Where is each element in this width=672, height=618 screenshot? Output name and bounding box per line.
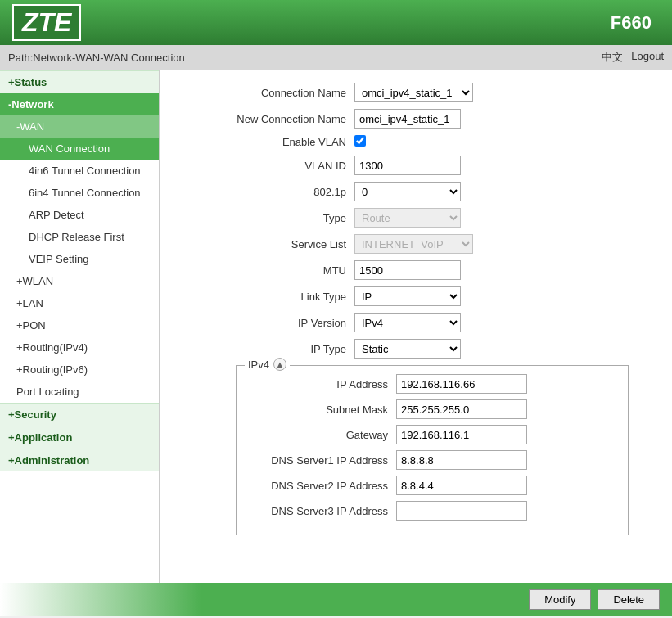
gateway-field[interactable] xyxy=(396,425,527,444)
ip-address-field[interactable] xyxy=(396,374,527,394)
ip-type-row: IP Type Static Dynamic xyxy=(191,339,641,359)
dns3-input xyxy=(396,501,527,521)
vlan-id-input xyxy=(354,156,641,175)
ipv4-section: IPv4 ▲ IP Address Subnet Mask xyxy=(236,365,629,535)
sidebar-item-dhcp[interactable]: DHCP Release First xyxy=(0,226,159,248)
vlan-8021p-select[interactable]: 0123 4567 xyxy=(354,182,461,201)
ip-address-row: IP Address xyxy=(249,374,616,394)
sidebar-item-wan[interactable]: -WAN xyxy=(0,115,159,138)
mtu-field[interactable] xyxy=(354,260,461,280)
content-area: Connection Name omci_ipv4_static_1 omci_… xyxy=(160,70,672,583)
service-list-label: Service List xyxy=(191,238,354,250)
subnet-mask-input xyxy=(396,399,527,419)
sidebar-item-arp[interactable]: ARP Detect xyxy=(0,204,159,226)
service-list-select[interactable]: INTERNET_VoIP INTERNET VoIP xyxy=(354,234,473,254)
link-type-select[interactable]: IP PPPoE xyxy=(354,286,461,306)
vlan-8021p-row: 802.1p 0123 4567 xyxy=(191,182,641,201)
dns2-label: DNS Server2 IP Address xyxy=(249,480,396,492)
new-connection-name-row: New Connection Name xyxy=(191,109,641,129)
ipv4-section-wrapper: IPv4 ▲ IP Address Subnet Mask xyxy=(223,365,641,535)
vlan-8021p-input: 0123 4567 xyxy=(354,182,641,201)
sidebar-item-network[interactable]: -Network xyxy=(0,93,159,115)
sidebar-item-veip[interactable]: VEIP Setting xyxy=(0,248,159,270)
sidebar-item-status[interactable]: +Status xyxy=(0,70,159,93)
vlan-8021p-label: 802.1p xyxy=(191,186,354,198)
sidebar-item-wlan[interactable]: +WLAN xyxy=(0,270,159,292)
logout-link[interactable]: Logout xyxy=(631,50,664,65)
model-name: F660 xyxy=(611,12,660,34)
vlan-id-label: VLAN ID xyxy=(191,160,354,172)
dns1-row: DNS Server1 IP Address xyxy=(249,450,616,470)
dns2-field[interactable] xyxy=(396,476,527,495)
sidebar-item-application[interactable]: +Application xyxy=(0,426,159,449)
enable-vlan-checkbox[interactable] xyxy=(354,135,366,147)
logo: ZTE xyxy=(12,4,81,41)
connection-name-row: Connection Name omci_ipv4_static_1 omci_… xyxy=(191,83,641,102)
footer-bar: Modify Delete xyxy=(0,583,672,616)
dns3-row: DNS Server3 IP Address xyxy=(249,501,616,521)
dns1-field[interactable] xyxy=(396,450,527,470)
type-input: Route Bridge xyxy=(354,208,641,228)
breadcrumb: Path:Network-WAN-WAN Connection xyxy=(8,52,185,64)
dns3-label: DNS Server3 IP Address xyxy=(249,505,396,517)
enable-vlan-input xyxy=(354,135,641,149)
sidebar-item-routing4[interactable]: +Routing(IPv4) xyxy=(0,336,159,359)
mtu-input xyxy=(354,260,641,280)
dns2-input xyxy=(396,476,527,495)
type-select[interactable]: Route Bridge xyxy=(354,208,461,228)
ip-type-input: Static Dynamic xyxy=(354,339,641,359)
breadcrumb-bar: Path:Network-WAN-WAN Connection 中文 Logou… xyxy=(0,45,672,70)
ip-type-label: IP Type xyxy=(191,343,354,355)
dns1-input xyxy=(396,450,527,470)
link-type-row: Link Type IP PPPoE xyxy=(191,286,641,306)
sidebar-item-port-locating[interactable]: Port Locating xyxy=(0,381,159,403)
new-connection-name-label: New Connection Name xyxy=(191,113,354,125)
ip-version-input: IPv4 IPv6 IPv4/IPv6 xyxy=(354,313,641,332)
connection-name-select[interactable]: omci_ipv4_static_1 omci_ipv4_static_2 xyxy=(354,83,473,102)
ip-version-label: IP Version xyxy=(191,317,354,329)
modify-button[interactable]: Modify xyxy=(529,589,591,610)
ipv4-section-label: IPv4 ▲ xyxy=(245,358,290,371)
sidebar: +Status -Network -WAN WAN Connection 4in… xyxy=(0,70,160,583)
sidebar-item-security[interactable]: +Security xyxy=(0,403,159,426)
sidebar-item-routing6[interactable]: +Routing(IPv6) xyxy=(0,359,159,381)
new-connection-name-field[interactable] xyxy=(354,109,461,129)
sidebar-item-4in6[interactable]: 4in6 Tunnel Connection xyxy=(0,160,159,182)
sidebar-item-wan-connection[interactable]: WAN Connection xyxy=(0,138,159,160)
vlan-id-row: VLAN ID xyxy=(191,156,641,175)
new-connection-name-input xyxy=(354,109,641,129)
gateway-row: Gateway xyxy=(249,425,616,444)
breadcrumb-actions: 中文 Logout xyxy=(602,50,664,65)
dns1-label: DNS Server1 IP Address xyxy=(249,454,396,467)
sidebar-item-pon[interactable]: +PON xyxy=(0,314,159,336)
main-layout: +Status -Network -WAN WAN Connection 4in… xyxy=(0,70,672,583)
mtu-row: MTU xyxy=(191,260,641,280)
connection-name-label: Connection Name xyxy=(191,87,354,99)
ip-type-select[interactable]: Static Dynamic xyxy=(354,339,461,359)
gateway-label: Gateway xyxy=(249,429,396,441)
wan-connection-form: Connection Name omci_ipv4_static_1 omci_… xyxy=(191,83,641,535)
sidebar-item-6in4[interactable]: 6in4 Tunnel Connection xyxy=(0,182,159,204)
link-type-label: Link Type xyxy=(191,291,354,303)
service-list-row: Service List INTERNET_VoIP INTERNET VoIP xyxy=(191,234,641,254)
ip-address-input xyxy=(396,374,527,394)
ip-version-select[interactable]: IPv4 IPv6 IPv4/IPv6 xyxy=(354,313,461,332)
dns2-row: DNS Server2 IP Address xyxy=(249,476,616,495)
vlan-id-field[interactable] xyxy=(354,156,461,175)
subnet-mask-field[interactable] xyxy=(396,399,527,419)
delete-button[interactable]: Delete xyxy=(598,589,660,610)
collapse-button[interactable]: ▲ xyxy=(273,358,286,371)
ip-version-row: IP Version IPv4 IPv6 IPv4/IPv6 xyxy=(191,313,641,332)
gateway-input xyxy=(396,425,527,444)
dns3-field[interactable] xyxy=(396,501,527,521)
type-row: Type Route Bridge xyxy=(191,208,641,228)
connection-name-input: omci_ipv4_static_1 omci_ipv4_static_2 xyxy=(354,83,641,102)
subnet-mask-label: Subnet Mask xyxy=(249,404,396,416)
sidebar-item-lan[interactable]: +LAN xyxy=(0,292,159,314)
ip-address-label: IP Address xyxy=(249,378,396,390)
sidebar-item-administration[interactable]: +Administration xyxy=(0,449,159,471)
subnet-mask-row: Subnet Mask xyxy=(249,399,616,419)
lang-switch-link[interactable]: 中文 xyxy=(602,50,623,65)
mtu-label: MTU xyxy=(191,264,354,277)
enable-vlan-row: Enable VLAN xyxy=(191,135,641,149)
